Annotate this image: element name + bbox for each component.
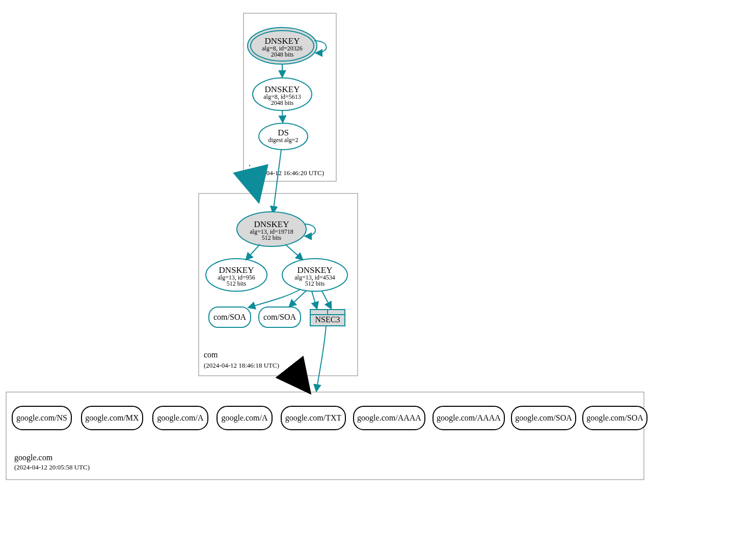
svg-text:google.com/TXT: google.com/TXT bbox=[285, 413, 342, 423]
edge-nsec3-to-google bbox=[316, 326, 326, 391]
node-root-ksk: DNSKEY alg=8, id=20326 2048 bits bbox=[248, 27, 327, 64]
svg-text:google.com/AAAA: google.com/AAAA bbox=[357, 413, 421, 423]
svg-text:com/SOA: com/SOA bbox=[213, 313, 246, 321]
node-google-ns: google.com/NS bbox=[12, 406, 71, 430]
node-com-zsk2: DNSKEY alg=13, id=4534 512 bits bbox=[282, 259, 347, 291]
svg-text:google.com/A: google.com/A bbox=[221, 413, 268, 423]
node-root-zsk: DNSKEY alg=8, id=5613 2048 bits bbox=[253, 78, 312, 110]
node-google-a1: google.com/A bbox=[153, 406, 208, 430]
zone-root-label: . bbox=[249, 159, 251, 168]
node-google-soa1: google.com/SOA bbox=[511, 406, 576, 430]
zone-com-label: com bbox=[204, 350, 218, 359]
svg-text:512 bits: 512 bits bbox=[227, 280, 247, 287]
svg-text:digest alg=2: digest alg=2 bbox=[268, 136, 298, 144]
edge-zsk2-soa1 bbox=[249, 289, 301, 308]
zone-root-ts: (2024-04-12 16:46:20 UTC) bbox=[249, 169, 324, 177]
edge-com-ksk-to-zsk1 bbox=[246, 244, 260, 260]
edge-root-zsk-to-ds bbox=[282, 111, 283, 122]
node-com-soa1: com/SOA bbox=[209, 307, 251, 327]
edge-zsk2-nsec3a bbox=[312, 291, 317, 309]
svg-text:com/SOA: com/SOA bbox=[263, 313, 296, 321]
node-com-zsk1: DNSKEY alg=13, id=956 512 bits bbox=[206, 259, 267, 291]
node-google-aaaa2: google.com/AAAA bbox=[433, 406, 504, 430]
node-google-soa2: google.com/SOA bbox=[583, 406, 647, 430]
svg-text:google.com/NS: google.com/NS bbox=[16, 413, 67, 423]
svg-text:google.com/SOA: google.com/SOA bbox=[515, 413, 572, 423]
edge-zsk2-soa2 bbox=[289, 290, 307, 307]
node-google-aaaa1: google.com/AAAA bbox=[354, 406, 425, 430]
svg-text:2048 bits: 2048 bits bbox=[271, 99, 294, 106]
edge-com-ksk-to-zsk2 bbox=[285, 244, 303, 260]
node-google-txt: google.com/TXT bbox=[281, 406, 345, 430]
edge-root-to-com-zone bbox=[254, 181, 258, 198]
zone-com-ts: (2024-04-12 18:46:18 UTC) bbox=[204, 361, 279, 369]
svg-text:2048 bits: 2048 bits bbox=[271, 51, 294, 58]
node-google-a2: google.com/A bbox=[217, 406, 272, 430]
zone-google: google.com (2024-04-12 20:05:58 UTC) bbox=[6, 392, 644, 480]
node-google-mx: google.com/MX bbox=[82, 406, 143, 430]
node-root-ds: DS digest alg=2 bbox=[259, 123, 308, 150]
node-com-nsec3: NSEC3 bbox=[310, 310, 345, 326]
edge-com-to-google-zone bbox=[296, 376, 308, 390]
edge-zsk2-nsec3b bbox=[322, 291, 331, 309]
svg-text:NSEC3: NSEC3 bbox=[315, 315, 340, 324]
svg-text:google.com/MX: google.com/MX bbox=[85, 413, 139, 423]
node-com-soa2: com/SOA bbox=[259, 307, 301, 327]
svg-text:512 bits: 512 bits bbox=[305, 280, 325, 287]
zone-google-ts: (2024-04-12 20:05:58 UTC) bbox=[14, 463, 90, 471]
zone-google-label: google.com bbox=[14, 453, 53, 462]
svg-text:512 bits: 512 bits bbox=[262, 234, 282, 241]
node-com-ksk: DNSKEY alg=13, id=19718 512 bits bbox=[237, 212, 315, 246]
svg-text:google.com/AAAA: google.com/AAAA bbox=[437, 413, 501, 423]
svg-text:google.com/SOA: google.com/SOA bbox=[586, 413, 643, 423]
svg-text:google.com/A: google.com/A bbox=[157, 413, 204, 423]
svg-rect-34 bbox=[6, 392, 644, 480]
